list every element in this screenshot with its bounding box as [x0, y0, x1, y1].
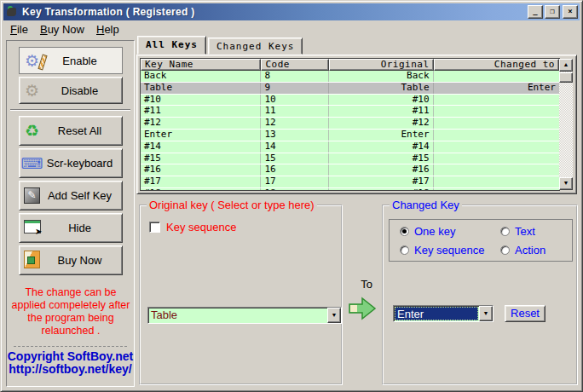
table-cell: 8: [261, 71, 329, 82]
menu-bar: File Buy Now Help: [4, 21, 579, 37]
table-cell: 14: [261, 141, 329, 153]
table-cell: #11: [141, 106, 261, 117]
table-row[interactable]: #1616#16: [141, 164, 559, 176]
add-self-key-button[interactable]: ✎ Add Self Key: [19, 181, 123, 210]
table-row[interactable]: #1717#17: [141, 176, 559, 188]
copyright-line: Copyright SoftBoy.net: [7, 350, 134, 363]
keyboard-icon: ⌨: [20, 156, 45, 171]
dropdown-arrow-icon[interactable]: ▼: [327, 308, 341, 323]
original-key-group-title: Original key ( Select or type here): [147, 199, 317, 211]
radio-text[interactable]: Text: [500, 225, 572, 238]
reset-button[interactable]: Reset: [505, 305, 545, 322]
table-cell: [434, 95, 559, 106]
table-cell: #18: [141, 188, 261, 191]
changed-key-type-panel: One key Text Key sequence Action: [389, 219, 573, 262]
radio-action-label: Action: [515, 244, 545, 257]
maximize-button[interactable]: ❐: [545, 5, 560, 19]
menu-file[interactable]: File: [4, 22, 34, 37]
table-cell: #16: [141, 164, 261, 176]
table-cell: [434, 118, 559, 129]
table-cell: #18: [329, 188, 434, 191]
buy-now-label: Buy Now: [45, 254, 122, 267]
disable-label: Disable: [45, 84, 122, 97]
close-button[interactable]: ×: [563, 5, 578, 19]
tab-strip: All Keys Changed Keys: [137, 39, 304, 55]
changed-key-value: Enter: [395, 307, 478, 320]
scroll-up-icon[interactable]: ▲: [559, 59, 573, 72]
scr-keyboard-button[interactable]: ⌨ Scr-keyboard: [19, 148, 123, 178]
minimize-button[interactable]: _: [528, 5, 543, 19]
table-cell: #15: [141, 153, 261, 164]
table-cell: [434, 71, 559, 82]
table-row[interactable]: #1414#14: [141, 141, 559, 153]
table-cell: Enter: [141, 130, 261, 141]
radio-button-icon[interactable]: [500, 227, 510, 236]
recycle-icon: ♻: [20, 123, 45, 139]
table-row[interactable]: #1818#18: [141, 188, 559, 191]
radio-button-icon[interactable]: [500, 245, 510, 255]
column-header-key-name[interactable]: Key Name: [141, 59, 261, 71]
buy-now-button[interactable]: Buy Now: [19, 245, 123, 275]
table-row[interactable]: #1515#15: [141, 153, 559, 165]
table-row[interactable]: Enter13Enter: [141, 130, 559, 141]
table-cell: [434, 130, 559, 141]
radio-action[interactable]: Action: [500, 244, 572, 257]
sidebar-separator: [10, 109, 130, 111]
hide-window-icon: ➤: [20, 220, 45, 236]
title-bar: Key Transformation ( Registered ) _ ❐ ×: [3, 3, 580, 20]
enable-button[interactable]: ⚙ Enable: [19, 47, 123, 74]
radio-button-icon[interactable]: [400, 245, 409, 255]
radio-key-sequence-label: Key sequence: [414, 244, 484, 257]
table-row[interactable]: #1010#10: [141, 95, 559, 107]
table-cell: Enter: [434, 83, 559, 94]
table-cell: [434, 106, 559, 117]
radio-one-key[interactable]: One key: [400, 225, 500, 238]
changed-key-combobox[interactable]: Enter ▼: [393, 305, 494, 322]
key-sequence-checkbox[interactable]: [149, 222, 160, 233]
table-cell: #10: [329, 95, 434, 106]
tab-changed-keys[interactable]: Changed Keys: [208, 37, 303, 55]
changed-key-group-title: Changed Key: [390, 199, 462, 211]
radio-key-sequence[interactable]: Key sequence: [400, 244, 500, 257]
menu-buy-now[interactable]: Buy Now: [34, 22, 90, 37]
window-title: Key Transformation ( Registered ): [22, 6, 528, 18]
key-sequence-checkbox-label: Key sequence: [166, 221, 236, 233]
table-row[interactable]: Back8Back: [141, 71, 559, 83]
table-cell: [434, 153, 559, 164]
software-box-icon: [20, 251, 45, 271]
column-header-code[interactable]: Code: [261, 59, 329, 71]
table-cell: #14: [329, 141, 434, 153]
radio-button-icon[interactable]: [400, 227, 409, 236]
column-header-original[interactable]: Original: [329, 59, 434, 71]
changed-key-group: Changed Key One key Text Key sequence Ac…: [382, 205, 578, 385]
app-icon-key: [7, 8, 16, 16]
dashed-separator: [14, 346, 127, 347]
disable-button[interactable]: ⚙ Disable: [19, 77, 123, 104]
table-cell: 10: [261, 95, 329, 106]
reset-all-label: Reset All: [45, 124, 122, 137]
menu-help[interactable]: Help: [90, 22, 125, 37]
to-section: To: [344, 278, 378, 324]
scrollbar-thumb[interactable]: [559, 72, 573, 83]
table-cell: 9: [261, 83, 329, 94]
reset-all-button[interactable]: ♻ Reset All: [19, 116, 123, 146]
table-cell: [434, 188, 559, 191]
green-arrow-icon: [348, 296, 377, 321]
column-header-changed-to[interactable]: Changed to: [434, 59, 559, 71]
hide-button[interactable]: ➤ Hide: [19, 213, 123, 243]
dropdown-arrow-icon[interactable]: ▼: [479, 306, 493, 321]
scr-keyboard-label: Scr-keyboard: [45, 157, 122, 170]
tab-all-keys[interactable]: All Keys: [137, 36, 206, 55]
table-row[interactable]: Table9TableEnter: [141, 83, 559, 95]
table-row[interactable]: #1111#11: [141, 106, 559, 118]
table-cell: Enter: [329, 130, 434, 141]
table-cell: Back: [329, 71, 434, 82]
table-cell: [434, 164, 559, 176]
table-cell: #12: [329, 118, 434, 129]
table-cell: 16: [261, 164, 329, 176]
table-cell: Table: [141, 83, 261, 94]
table-row[interactable]: #1212#12: [141, 118, 559, 130]
original-key-combobox[interactable]: Table ▼: [147, 307, 342, 324]
vertical-scrollbar[interactable]: ▲ ▼: [559, 59, 573, 190]
scroll-down-icon[interactable]: ▼: [559, 177, 573, 190]
